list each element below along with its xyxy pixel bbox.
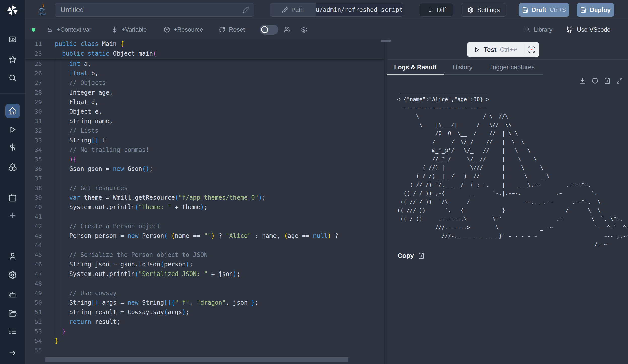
svg-text:Java: Java	[39, 12, 46, 16]
editor-toolbar: +Context var +Variable +Resource Reset L…	[25, 20, 628, 39]
test-button-group: Test Ctrl+↵	[467, 42, 539, 57]
sidebar-item-arrow-right[interactable]	[5, 346, 20, 360]
package-icon	[164, 26, 170, 33]
code-line: 51 String result = Cowsay.say(args);	[25, 307, 384, 317]
code-line: 32 // Lists	[25, 126, 384, 135]
script-title-text: Untitled	[61, 6, 84, 14]
sidebar-item-dollar[interactable]	[5, 140, 20, 155]
sidebar-item-play[interactable]	[5, 122, 20, 137]
sidebar-item-star[interactable]	[5, 52, 20, 67]
code-line: 39 var theme = Wmill.getResource("f/app_…	[25, 193, 384, 202]
dollar-icon	[8, 143, 17, 152]
scan-record-icon	[528, 46, 535, 53]
draft-label: Draft	[532, 6, 546, 14]
path-value[interactable]: u/admin/refreshed_script	[316, 3, 403, 16]
sidebar-item-calendar[interactable]	[5, 191, 20, 205]
path-field[interactable]: Path u/admin/refreshed_script	[270, 3, 403, 17]
code-line: 48	[25, 279, 384, 288]
add-context-var-button[interactable]: +Context var	[47, 20, 91, 39]
code-line: 25 int a,	[25, 59, 384, 69]
expand-icon[interactable]	[616, 77, 623, 84]
use-vscode-button[interactable]: Use VScode	[566, 20, 610, 39]
test-button[interactable]: Test Ctrl+↵	[467, 42, 524, 57]
code-line: 38 // Get resources	[25, 183, 384, 193]
code-line: 47 System.out.println("Serialized JSON: …	[25, 269, 384, 279]
tab-logs-result[interactable]: Logs & Result	[394, 64, 436, 71]
code-line: 45 // Serialize the Person object to JSO…	[25, 250, 384, 260]
code-line: 31 String name,	[25, 116, 384, 126]
library-icon	[524, 26, 530, 33]
capture-test-button[interactable]	[524, 42, 539, 57]
diff-label: Diff	[437, 6, 446, 14]
plus-icon	[8, 211, 17, 220]
deploy-button[interactable]: Deploy	[577, 3, 614, 17]
plus-minus-icon	[427, 7, 433, 13]
sidebar-item-logs[interactable]	[5, 324, 20, 338]
library-button[interactable]: Library	[524, 20, 552, 39]
code-line: 30 Object e,	[25, 107, 384, 116]
assistant-toggle[interactable]	[260, 25, 278, 35]
tab-trigger-captures[interactable]: Trigger captures	[489, 64, 535, 71]
code-line: 27 // Objects	[25, 78, 384, 88]
use-vscode-label: Use VScode	[577, 26, 610, 33]
sidebar-item-folder-open[interactable]	[5, 306, 20, 321]
sidebar-item-plus[interactable]	[5, 208, 20, 223]
dollar-icon	[111, 26, 118, 33]
save-icon	[522, 7, 528, 13]
tab-history[interactable]: History	[453, 64, 473, 71]
sidebar-item-user[interactable]	[5, 249, 20, 263]
result-tabs: Logs & ResultHistoryTrigger captures	[387, 59, 628, 75]
calendar-icon	[8, 194, 17, 202]
add-variable-button[interactable]: +Variable	[111, 20, 147, 39]
sidebar-item-gear[interactable]	[5, 268, 20, 282]
home-icon	[8, 107, 17, 115]
draft-button[interactable]: Draft Ctrl+S	[519, 3, 569, 17]
splitter-drag-handle[interactable]	[381, 40, 391, 42]
topbar: Java Untitled Path u/admin/refreshed_scr…	[25, 0, 628, 20]
settings-button[interactable]: Settings	[461, 3, 506, 17]
edit-title-pencil-icon[interactable]	[242, 7, 249, 13]
status-dot	[32, 28, 35, 32]
path-label: Path	[291, 6, 304, 13]
sidebar-item-home[interactable]	[5, 104, 20, 118]
code-line: 29 Float d,	[25, 97, 384, 107]
dollar-icon	[47, 26, 53, 33]
search-icon	[8, 74, 17, 82]
code-editor[interactable]: 11public class Main {23 public static Ob…	[25, 39, 384, 364]
users-icon	[284, 26, 290, 33]
horizontal-scrollbar[interactable]	[45, 357, 348, 362]
test-shortcut: Ctrl+↵	[500, 46, 518, 53]
sidebar-item-boxes[interactable]	[5, 160, 20, 174]
add-variable-label: +Variable	[122, 26, 147, 33]
multiplayer-button[interactable]	[284, 20, 290, 39]
add-resource-button[interactable]: +Resource	[164, 20, 203, 39]
keyboard-icon	[8, 35, 17, 44]
cowsay-dragon-output: ___________________________ < {"name":"A…	[397, 86, 627, 250]
editor-settings-button[interactable]	[301, 20, 307, 39]
star-icon	[8, 55, 17, 64]
diff-button[interactable]: Diff	[420, 3, 453, 17]
sidebar-item-search[interactable]	[5, 71, 20, 85]
sticky-scroll-header: 11public class Main {23 public static Ob…	[25, 39, 384, 59]
arrow-right-icon	[8, 349, 17, 357]
boxes-icon	[8, 163, 17, 171]
script-title-input[interactable]: Untitled	[55, 3, 254, 17]
code-line: 35 ){	[25, 155, 384, 164]
sidebar-item-bot[interactable]	[5, 287, 20, 302]
sidebar-item-keyboard[interactable]	[5, 32, 20, 47]
code-line: 28 Integer age,	[25, 88, 384, 97]
logs-icon	[8, 327, 17, 335]
clipboard-copy-icon[interactable]	[604, 77, 611, 84]
copy-label: Copy	[398, 252, 414, 260]
info-icon[interactable]	[592, 77, 598, 84]
code-line: 44	[25, 241, 384, 250]
result-actions	[579, 77, 623, 84]
tabs-underline	[444, 74, 543, 75]
code-line: 40 System.out.println("Theme: " + theme)…	[25, 202, 384, 212]
code-line: 26 float b,	[25, 69, 384, 78]
play-icon	[8, 125, 17, 134]
download-icon[interactable]	[579, 77, 586, 84]
code-line: 52 return result;	[25, 317, 384, 327]
reset-button[interactable]: Reset	[219, 20, 245, 39]
copy-result-button[interactable]: Copy	[398, 252, 425, 260]
